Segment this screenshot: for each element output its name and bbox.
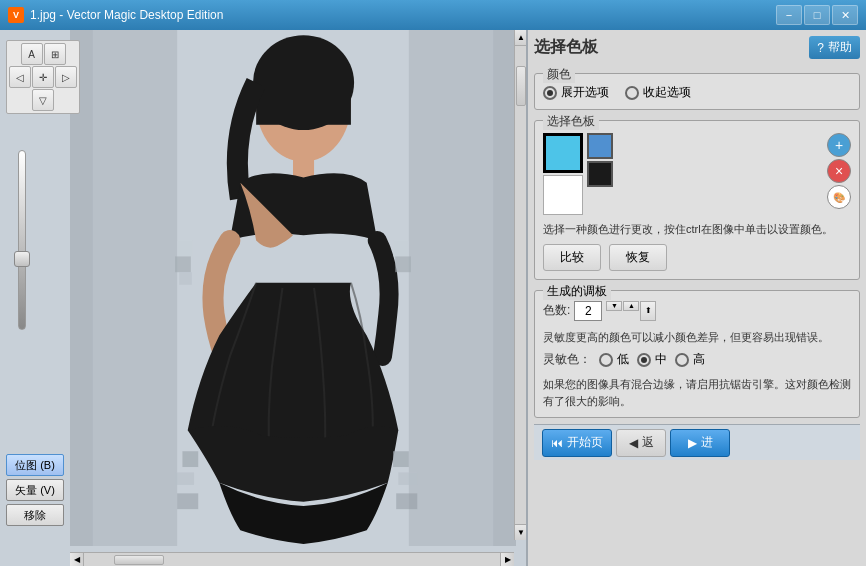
add-color-button[interactable]: + [827,133,851,157]
window-controls: − □ ✕ [776,5,858,25]
svg-rect-11 [395,256,411,272]
tool-btn-grid[interactable]: ⊞ [44,43,66,65]
scroll-thumb-vertical[interactable] [516,66,526,106]
color-picker-button[interactable]: 🎨 [827,185,851,209]
prev-label: 返 [642,434,654,451]
svg-rect-13 [175,472,194,485]
color-swatches-area [543,133,613,215]
palette-group-label: 选择色板 [543,113,599,130]
sensitivity-row: 灵敏色： 低 中 高 [543,351,851,368]
svg-rect-10 [393,241,409,257]
tool-group-transform: A ⊞ ◁ ✛ ▷ ▽ [6,40,80,114]
sensitivity-high-circle [675,353,689,367]
tool-btn-cross[interactable]: ✛ [32,66,54,88]
swatch-action-buttons: + × 🎨 [827,133,851,209]
svg-rect-14 [177,493,198,509]
spin-up-button[interactable]: ▲ [623,301,639,311]
tool-btn-left[interactable]: ◁ [9,66,31,88]
help-label: 帮助 [828,39,852,56]
next-button[interactable]: ▶ 进 [670,429,730,457]
delete-color-button[interactable]: × [827,159,851,183]
title-bar: V 1.jpg - Vector Magic Desktop Edition −… [0,0,866,30]
next-icon: ▶ [688,436,697,450]
radio-collapse-label: 收起选项 [643,84,691,101]
sensitivity-mid-radio[interactable]: 中 [637,351,667,368]
colors-group-label: 颜色 [543,66,575,83]
left-panel: A ⊞ ◁ ✛ ▷ ▽ 位图 (B) 矢量 (V) [0,30,526,566]
zoom-slider-track[interactable] [18,150,26,330]
next-label: 进 [701,434,713,451]
radio-expand-label: 展开选项 [561,84,609,101]
image-canvas[interactable] [70,30,516,546]
color-swatch-cyan[interactable] [543,133,583,173]
color-swatch-dark[interactable] [587,161,613,187]
color-description: 选择一种颜色进行更改，按住ctrl在图像中单击以设置颜色。 [543,221,851,238]
bitmap-mode-button[interactable]: 位图 (B) [6,454,64,476]
horizontal-scrollbar[interactable]: ◀ ▶ [70,552,514,566]
window-title: 1.jpg - Vector Magic Desktop Edition [30,8,776,22]
palette-group: 选择色板 + × 🎨 选择一种颜色 [534,120,860,280]
maximize-button[interactable]: □ [804,5,830,25]
color-count-input[interactable] [574,301,602,321]
sensitivity-mid-label: 中 [655,351,667,368]
sensitivity-high-label: 高 [693,351,705,368]
svg-rect-15 [393,451,409,467]
scroll-left-button[interactable]: ◀ [70,553,84,567]
scroll-down-button[interactable]: ▼ [515,524,526,540]
scroll-up-button[interactable]: ▲ [515,30,526,46]
close-button[interactable]: ✕ [832,5,858,25]
tool-btn-a[interactable]: A [21,43,43,65]
panel-title-row: 选择色板 ? 帮助 [534,36,860,59]
tool-btn-down[interactable]: ▽ [32,89,54,111]
radio-expand[interactable]: 展开选项 [543,84,609,101]
compare-restore-row: 比较 恢复 [543,244,851,271]
image-svg [70,30,516,546]
sensitivity-low-circle [599,353,613,367]
svg-rect-8 [175,256,191,272]
svg-rect-16 [398,472,417,485]
prev-button[interactable]: ◀ 返 [616,429,666,457]
first-page-icon: ⏮ [551,436,563,450]
spin-down-button[interactable]: ▼ [606,301,622,311]
navigation-bar: ⏮ 开始页 ◀ 返 ▶ 进 [534,424,860,460]
prev-icon: ◀ [629,436,638,450]
first-page-button[interactable]: ⏮ 开始页 [542,429,612,457]
restore-button[interactable]: 恢复 [609,244,667,271]
svg-rect-17 [396,493,417,509]
color-swatch-white[interactable] [543,175,583,215]
zoom-slider-thumb[interactable] [14,251,30,267]
generate-group-label: 生成的调板 [543,283,611,300]
svg-rect-9 [179,272,192,285]
color-swatch-blue[interactable] [587,133,613,159]
right-panel: 选择色板 ? 帮助 颜色 展开选项 收起选项 选择色板 [526,30,866,566]
minimize-button[interactable]: − [776,5,802,25]
panel-title: 选择色板 [534,37,598,58]
spin-buttons: ▼ ▲ ⬆ [606,301,656,321]
sensitivity-low-radio[interactable]: 低 [599,351,629,368]
sensitivity-low-label: 低 [617,351,629,368]
sensitivity-mid-circle [637,353,651,367]
compare-button[interactable]: 比较 [543,244,601,271]
radio-group-colors: 展开选项 收起选项 [543,84,851,101]
generate-group: 生成的调板 色数: ▼ ▲ ⬆ 灵敏度更高的颜色可以减小颜色差异，但更容易出现错… [534,290,860,419]
vector-mode-button[interactable]: 矢量 (V) [6,479,64,501]
vertical-scrollbar[interactable]: ▲ ▼ [514,30,526,540]
spin-max-button[interactable]: ⬆ [640,301,656,321]
svg-rect-5 [256,83,351,125]
first-page-label: 开始页 [567,434,603,451]
radio-expand-circle [543,86,557,100]
scroll-thumb-horizontal[interactable] [114,555,164,565]
color-count-row: 色数: ▼ ▲ ⬆ [543,301,851,321]
mode-buttons: 位图 (B) 矢量 (V) 移除 [6,454,64,526]
app-icon: V [8,7,24,23]
scroll-right-button[interactable]: ▶ [500,553,514,567]
svg-rect-12 [182,451,198,467]
radio-collapse[interactable]: 收起选项 [625,84,691,101]
colors-group: 颜色 展开选项 收起选项 [534,73,860,110]
remove-button[interactable]: 移除 [6,504,64,526]
help-button[interactable]: ? 帮助 [809,36,860,59]
sensitivity-description: 灵敏度更高的颜色可以减小颜色差异，但更容易出现错误。 [543,329,851,346]
sensitivity-high-radio[interactable]: 高 [675,351,705,368]
note-text: 如果您的图像具有混合边缘，请启用抗锯齿引擎。这对颜色检测有了很大的影响。 [543,376,851,409]
tool-btn-right[interactable]: ▷ [55,66,77,88]
